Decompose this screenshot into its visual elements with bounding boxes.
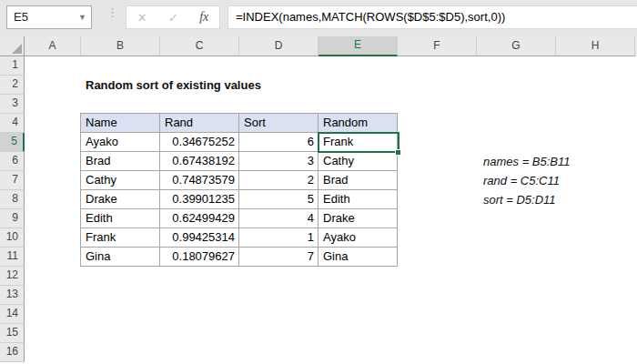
table-row: Cathy0.748735792Brad <box>81 171 398 190</box>
cell-B11[interactable]: Gina <box>81 248 160 267</box>
cell-C11[interactable]: 0.18079627 <box>160 248 239 267</box>
table-row: Brad0.674381923Cathy <box>81 152 398 171</box>
name-box[interactable]: E5 ▼ <box>6 5 92 29</box>
row-header-10[interactable]: 10 <box>0 228 25 248</box>
table-row: Gina0.180796277Gina <box>81 248 398 267</box>
cell-C9[interactable]: 0.62499429 <box>160 209 239 228</box>
cell-B7[interactable]: Cathy <box>81 171 160 190</box>
row-header-14[interactable]: 14 <box>0 305 25 324</box>
formula-input[interactable]: =INDEX(names,MATCH(ROWS($D$5:$D5),sort,0… <box>228 5 637 29</box>
row-header-1[interactable]: 1 <box>0 56 25 76</box>
formula-bar-buttons: ✕ ✓ fx <box>126 5 220 29</box>
row-header-6[interactable]: 6 <box>0 152 25 171</box>
cancel-icon[interactable]: ✕ <box>137 11 147 25</box>
insert-function-icon[interactable]: fx <box>199 10 208 25</box>
data-table: NameRandSortRandomAyako0.346752526FrankB… <box>80 113 398 267</box>
cell-D6[interactable]: 3 <box>239 152 318 171</box>
row-header-16[interactable]: 16 <box>0 343 25 362</box>
row-header-3[interactable]: 3 <box>0 95 25 114</box>
row-header-7[interactable]: 7 <box>0 171 25 190</box>
cell-D11[interactable]: 7 <box>239 248 318 267</box>
cell-B6[interactable]: Brad <box>81 152 160 171</box>
cell-B8[interactable]: Drake <box>81 190 160 209</box>
row-header-8[interactable]: 8 <box>0 190 25 209</box>
cell-B9[interactable]: Edith <box>81 209 160 228</box>
row-header-9[interactable]: 9 <box>0 209 25 228</box>
row-header-13[interactable]: 13 <box>0 286 25 305</box>
table-row: Drake0.399012355Edith <box>81 190 398 209</box>
formula-bar: E5 ▼ ⋮ ✕ ✓ fx =INDEX(names,MATCH(ROWS($D… <box>0 0 637 36</box>
enter-icon[interactable]: ✓ <box>168 11 178 25</box>
formula-text: =INDEX(names,MATCH(ROWS($D$5:$D5),sort,0… <box>236 10 505 24</box>
row-header-11[interactable]: 11 <box>0 248 25 267</box>
table-row: Frank0.994253141Ayako <box>81 228 398 248</box>
column-header-C[interactable]: C <box>160 36 239 56</box>
column-header-A[interactable]: A <box>25 36 81 56</box>
cell-B5[interactable]: Ayako <box>81 133 160 152</box>
cell-C6[interactable]: 0.67438192 <box>160 152 239 171</box>
table-row: Edith0.624994294Drake <box>81 209 398 228</box>
row-header-2[interactable]: 2 <box>0 76 25 95</box>
column-headers: ABCDEFGH <box>0 36 637 56</box>
worksheet-title[interactable]: Random sort of existing values <box>86 76 261 95</box>
name-box-value: E5 <box>14 6 28 28</box>
cell-E4[interactable]: Random <box>318 114 398 133</box>
cell-E11[interactable]: Gina <box>318 248 398 267</box>
select-all-corner[interactable] <box>0 36 25 56</box>
column-header-G[interactable]: G <box>477 36 556 56</box>
cell-B4[interactable]: Name <box>81 114 160 133</box>
row-header-5[interactable]: 5 <box>0 133 25 152</box>
cell-D9[interactable]: 4 <box>239 209 318 228</box>
row-header-12[interactable]: 12 <box>0 267 25 286</box>
cell-D7[interactable]: 2 <box>239 171 318 190</box>
cell-E5[interactable]: Frank <box>318 133 398 152</box>
named-range-note-2[interactable]: sort = D5:D11 <box>483 190 556 209</box>
cell-C8[interactable]: 0.39901235 <box>160 190 239 209</box>
formula-bar-separator: ⋮ <box>106 6 118 30</box>
cell-B10[interactable]: Frank <box>81 228 160 248</box>
named-range-note-1[interactable]: rand = C5:C11 <box>483 171 560 190</box>
column-header-B[interactable]: B <box>81 36 160 56</box>
cell-C7[interactable]: 0.74873579 <box>160 171 239 190</box>
chevron-down-icon[interactable]: ▼ <box>78 6 86 28</box>
column-header-F[interactable]: F <box>398 36 477 56</box>
select-all-triangle-icon <box>12 44 22 54</box>
cell-E10[interactable]: Ayako <box>318 228 398 248</box>
excel-window: E5 ▼ ⋮ ✕ ✓ fx =INDEX(names,MATCH(ROWS($D… <box>0 0 637 364</box>
cell-C5[interactable]: 0.34675252 <box>160 133 239 152</box>
cell-E7[interactable]: Brad <box>318 171 398 190</box>
cell-D8[interactable]: 5 <box>239 190 318 209</box>
cell-D4[interactable]: Sort <box>239 114 318 133</box>
column-header-H[interactable]: H <box>556 36 635 56</box>
cell-C10[interactable]: 0.99425314 <box>160 228 239 248</box>
cell-C4[interactable]: Rand <box>160 114 239 133</box>
table-header-row: NameRandSortRandom <box>81 114 398 133</box>
cell-E8[interactable]: Edith <box>318 190 398 209</box>
cell-D5[interactable]: 6 <box>239 133 318 152</box>
column-header-E[interactable]: E <box>318 36 398 56</box>
table-row: Ayako0.346752526Frank <box>81 133 398 152</box>
column-header-D[interactable]: D <box>239 36 318 56</box>
cell-E6[interactable]: Cathy <box>318 152 398 171</box>
fill-handle[interactable] <box>395 149 401 156</box>
cell-D10[interactable]: 1 <box>239 228 318 248</box>
named-range-note-0[interactable]: names = B5:B11 <box>483 152 571 171</box>
row-header-4[interactable]: 4 <box>0 114 25 133</box>
row-header-15[interactable]: 15 <box>0 324 25 343</box>
cell-E9[interactable]: Drake <box>318 209 398 228</box>
